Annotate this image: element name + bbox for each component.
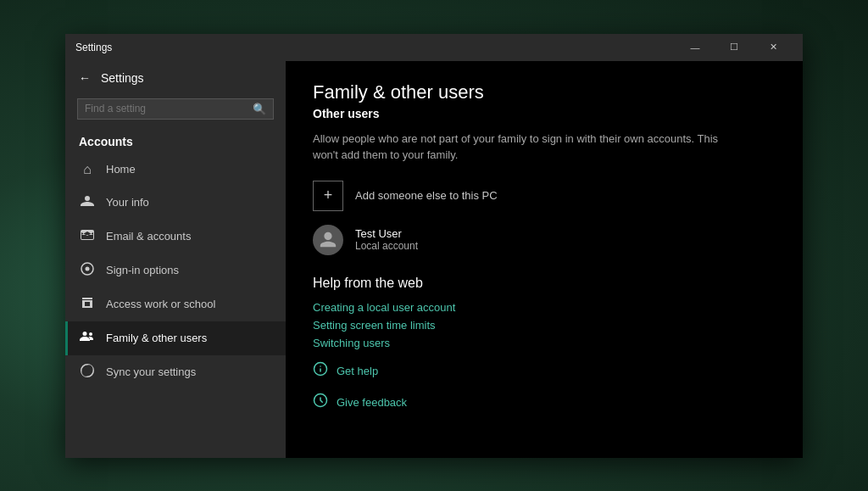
add-user-row[interactable]: + Add someone else to this PC bbox=[313, 181, 776, 211]
sidebar-app-title: Settings bbox=[101, 71, 144, 85]
sidebar-item-email-label: Email & accounts bbox=[106, 230, 191, 243]
maximize-button[interactable]: ☐ bbox=[715, 34, 754, 61]
titlebar-title: Settings bbox=[75, 42, 676, 53]
search-input[interactable] bbox=[85, 103, 248, 114]
sidebar: ← Settings 🔍 Accounts ⌂ Home Your info bbox=[65, 61, 286, 458]
sidebar-item-access-work-label: Access work or school bbox=[106, 298, 215, 310]
sidebar-nav-top: ← Settings bbox=[65, 61, 286, 95]
sidebar-item-home-label: Home bbox=[106, 163, 136, 176]
user-row[interactable]: Test User Local account bbox=[313, 225, 776, 255]
sidebar-item-sync-settings[interactable]: Sync your settings bbox=[65, 355, 286, 389]
section-title: Other users bbox=[313, 107, 776, 120]
sidebar-item-email-accounts[interactable]: Email & accounts bbox=[65, 220, 286, 254]
search-box[interactable]: 🔍 bbox=[77, 98, 274, 120]
add-user-label: Add someone else to this PC bbox=[355, 189, 498, 202]
sidebar-section-label: Accounts bbox=[65, 126, 286, 153]
email-icon bbox=[79, 228, 96, 245]
sidebar-item-access-work[interactable]: Access work or school bbox=[65, 287, 286, 321]
user-avatar bbox=[313, 225, 343, 255]
help-link-1[interactable]: Setting screen time limits bbox=[313, 319, 776, 332]
sidebar-item-family-users[interactable]: Family & other users bbox=[65, 321, 286, 355]
access-work-icon bbox=[79, 296, 96, 313]
user-type: Local account bbox=[355, 240, 418, 252]
user-info-col: Test User Local account bbox=[355, 227, 418, 252]
your-info-icon bbox=[79, 194, 96, 211]
sidebar-item-your-info-label: Your info bbox=[106, 196, 149, 209]
page-title: Family & other users bbox=[313, 81, 776, 103]
get-help-label: Get help bbox=[337, 365, 378, 377]
svg-point-1 bbox=[86, 266, 90, 271]
back-button[interactable]: ← bbox=[79, 71, 91, 85]
plus-icon: + bbox=[324, 187, 333, 204]
sign-in-icon bbox=[79, 262, 96, 279]
titlebar: Settings — ☐ ✕ bbox=[65, 34, 803, 61]
help-title: Help from the web bbox=[313, 276, 776, 291]
close-button[interactable]: ✕ bbox=[754, 34, 793, 61]
settings-window: Settings — ☐ ✕ ← Settings 🔍 Accounts ⌂ H… bbox=[65, 34, 803, 458]
minimize-button[interactable]: — bbox=[676, 34, 715, 61]
sync-icon bbox=[79, 364, 96, 381]
family-users-icon bbox=[79, 330, 96, 347]
give-feedback-row[interactable]: Give feedback bbox=[313, 393, 776, 412]
titlebar-controls: — ☐ ✕ bbox=[676, 34, 793, 61]
give-feedback-label: Give feedback bbox=[337, 396, 407, 409]
get-help-icon bbox=[313, 361, 328, 381]
get-help-row[interactable]: Get help bbox=[313, 361, 776, 381]
sidebar-item-your-info[interactable]: Your info bbox=[65, 186, 286, 220]
main-panel: Family & other users Other users Allow p… bbox=[286, 61, 803, 458]
sidebar-item-family-label: Family & other users bbox=[106, 332, 207, 344]
sidebar-item-home[interactable]: ⌂ Home bbox=[65, 153, 286, 186]
sidebar-item-sync-label: Sync your settings bbox=[106, 365, 196, 378]
give-feedback-icon bbox=[313, 393, 328, 412]
search-icon: 🔍 bbox=[253, 103, 266, 115]
description-text: Allow people who are not part of your fa… bbox=[313, 131, 720, 164]
content-area: ← Settings 🔍 Accounts ⌂ Home Your info bbox=[65, 61, 803, 458]
sidebar-item-sign-in[interactable]: Sign-in options bbox=[65, 254, 286, 287]
sidebar-item-sign-in-label: Sign-in options bbox=[106, 264, 179, 276]
user-name: Test User bbox=[355, 227, 418, 240]
help-link-0[interactable]: Creating a local user account bbox=[313, 301, 776, 314]
add-user-icon-box: + bbox=[313, 181, 343, 211]
home-icon: ⌂ bbox=[79, 162, 96, 177]
help-link-2[interactable]: Switching users bbox=[313, 337, 776, 349]
